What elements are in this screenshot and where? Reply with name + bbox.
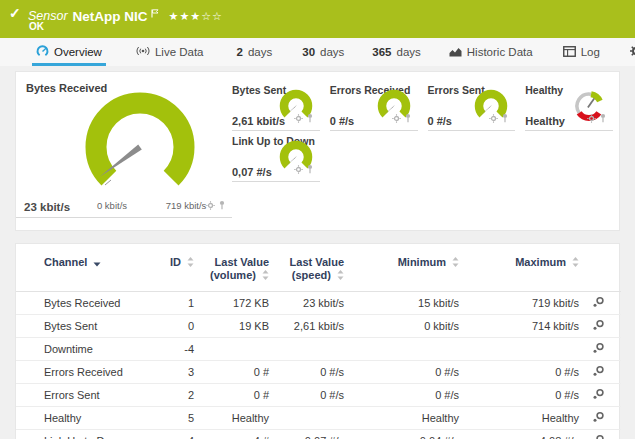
- tab-settings[interactable]: Settings: [630, 38, 635, 66]
- channel-name: Errors Sent: [16, 384, 156, 407]
- table-row: Bytes Received 1 172 KB 23 kbit/s 15 kbi…: [16, 292, 621, 315]
- last-value-volume: 172 KB: [196, 292, 271, 315]
- channel-name: Bytes Received: [16, 292, 156, 315]
- gauge-min-label: 0 kbit/s: [97, 200, 127, 211]
- gauge-max-label: 719 kbit/s: [166, 200, 207, 211]
- gauge-pin-icon[interactable]: [404, 109, 412, 127]
- channel-id: 2: [156, 384, 196, 407]
- minimum-value: [346, 338, 461, 361]
- tab-label: Live Data: [155, 46, 204, 58]
- maximum-value: 0 #/s: [461, 384, 581, 407]
- channel-settings-icon[interactable]: [592, 298, 605, 310]
- status-ok-check-icon: ✓: [9, 5, 21, 21]
- last-value-volume: 4 #: [196, 430, 271, 439]
- minimum-value: 0,04 #/s: [346, 430, 461, 439]
- last-value-speed: 2,61 kbit/s: [271, 315, 346, 338]
- gauge-gear-icon[interactable]: [392, 109, 401, 127]
- table-header-row: Channel ID Last Value(volume) Last Value…: [16, 249, 621, 292]
- last-value-speed: 23 kbit/s: [271, 292, 346, 315]
- live-signal-icon: [136, 46, 150, 58]
- tab-label: Historic Data: [467, 46, 533, 58]
- overview-card: Bytes Received 0 kbit/s 719 kbit/s 23 kb…: [15, 71, 620, 231]
- empty-grid-cell: [428, 131, 516, 182]
- last-value-speed: [271, 407, 346, 430]
- gauge-pin-icon[interactable]: [306, 160, 314, 178]
- gauge-current-value: 0 #/s: [330, 115, 354, 127]
- sensor-header: ✓ Sensor NetApp NIC ★★★☆☆ OK: [0, 0, 635, 38]
- priority-flag-icon[interactable]: [151, 4, 159, 22]
- channel-id: 5: [156, 407, 196, 430]
- last-value-volume: 19 KB: [196, 315, 271, 338]
- tab-overview[interactable]: Overview: [36, 38, 102, 66]
- channel-settings-icon[interactable]: [592, 413, 605, 425]
- table-row: Link Up to Down 4 4 # 0,07 #/s 0,04 #/s …: [16, 430, 621, 439]
- gauge-icon: [36, 45, 49, 59]
- tab-log[interactable]: Log: [563, 38, 600, 66]
- tab-365-days[interactable]: 365days: [372, 38, 420, 66]
- gauge-pin-icon[interactable]: [599, 109, 607, 127]
- col-header-last-value-volume[interactable]: Last Value(volume): [196, 249, 271, 292]
- empty-grid-cell: [525, 131, 613, 182]
- table-row: Bytes Sent 0 19 KB 2,61 kbit/s 0 kbit/s …: [16, 315, 621, 338]
- maximum-value: 4,08 #/s: [461, 430, 581, 439]
- table-row: Errors Sent 2 0 # 0 #/s 0 #/s 0 #/s: [16, 384, 621, 407]
- gauge-pin-icon[interactable]: [218, 196, 226, 214]
- channel-name: Downtime: [16, 338, 156, 361]
- channel-settings-icon[interactable]: [592, 344, 605, 356]
- gauge-current-value: 23 kbit/s: [24, 201, 70, 213]
- tab-2-days[interactable]: 2days: [237, 38, 273, 66]
- last-value-speed: 0,07 #/s: [271, 430, 346, 439]
- channel-id: 0: [156, 315, 196, 338]
- gauge-current-value: 0 #/s: [428, 115, 452, 127]
- log-table-icon: [563, 46, 576, 59]
- col-header-last-value-speed[interactable]: Last Value(speed): [271, 249, 346, 292]
- sort-icon: [337, 270, 344, 283]
- tab-30-days[interactable]: 30days: [302, 38, 344, 66]
- sort-icon: [187, 257, 194, 270]
- gauge-panel-link-up-to-down: Link Up to Down 0,07 #/s: [232, 131, 320, 182]
- last-value-speed: 0 #/s: [271, 384, 346, 407]
- gauge-gear-icon[interactable]: [206, 196, 215, 214]
- col-header-channel[interactable]: Channel: [16, 249, 156, 292]
- channel-id: -4: [156, 338, 196, 361]
- col-header-minimum[interactable]: Minimum: [346, 249, 461, 292]
- col-header-actions: [581, 249, 621, 292]
- channel-settings-icon[interactable]: [592, 390, 605, 402]
- tab-bar: Overview Live Data 2days 30days 365days …: [0, 38, 635, 66]
- channel-settings-icon[interactable]: [592, 367, 605, 379]
- priority-stars[interactable]: ★★★☆☆: [169, 10, 223, 23]
- gauge-pin-icon[interactable]: [501, 109, 509, 127]
- maximum-value: 0 #/s: [461, 361, 581, 384]
- gauge-panel-bytes-received: Bytes Received 0 kbit/s 719 kbit/s 23 kb…: [16, 76, 232, 218]
- minimum-value: Healthy: [346, 407, 461, 430]
- gauge-gear-icon[interactable]: [587, 109, 596, 127]
- sort-icon: [262, 270, 269, 283]
- minimum-value: 0 kbit/s: [346, 315, 461, 338]
- filter-chevron-icon: [93, 257, 101, 270]
- gauge-gear-icon[interactable]: [489, 109, 498, 127]
- minimum-value: 15 kbit/s: [346, 292, 461, 315]
- channel-table-card: Channel ID Last Value(volume) Last Value…: [15, 243, 620, 439]
- col-header-maximum[interactable]: Maximum: [461, 249, 581, 292]
- gauge-current-value: 0,07 #/s: [232, 166, 272, 178]
- col-header-id[interactable]: ID: [156, 249, 196, 292]
- historic-chart-icon: [449, 46, 462, 59]
- gauge-pin-icon[interactable]: [306, 109, 314, 127]
- last-value-speed: [271, 338, 346, 361]
- table-row: Errors Received 3 0 # 0 #/s 0 #/s 0 #/s: [16, 361, 621, 384]
- sensor-title: NetApp NIC: [73, 9, 148, 24]
- gear-icon: [630, 45, 635, 59]
- channel-name: Bytes Sent: [16, 315, 156, 338]
- tab-historic-data[interactable]: Historic Data: [449, 38, 533, 66]
- maximum-value: 719 kbit/s: [461, 292, 581, 315]
- sensor-status-badge: OK: [29, 21, 44, 32]
- channel-settings-icon[interactable]: [592, 321, 605, 333]
- table-row: Healthy 5 Healthy Healthy Healthy: [16, 407, 621, 430]
- gauge-gear-icon[interactable]: [294, 160, 303, 178]
- channel-id: 3: [156, 361, 196, 384]
- maximum-value: Healthy: [461, 407, 581, 430]
- gauge-gear-icon[interactable]: [294, 109, 303, 127]
- gauge-panel-healthy: Healthy Healthy: [525, 80, 613, 131]
- tab-live-data[interactable]: Live Data: [136, 38, 204, 66]
- channel-name: Healthy: [16, 407, 156, 430]
